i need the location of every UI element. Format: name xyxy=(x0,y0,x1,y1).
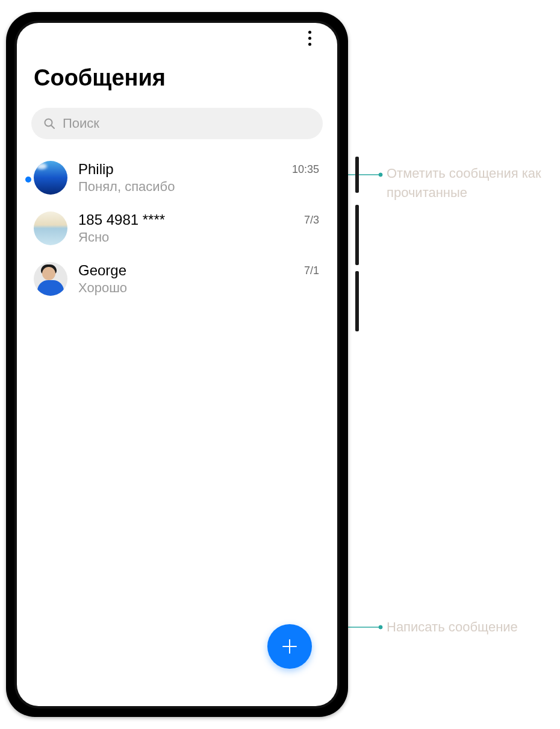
callout-mark-read: Отметить сообщения как прочитанные xyxy=(387,164,543,202)
contact-name: George xyxy=(78,262,293,279)
status-bar xyxy=(17,23,337,47)
message-time: 7/1 xyxy=(304,264,319,277)
conversation-row[interactable]: Philip Понял, спасибо 10:35 xyxy=(17,152,337,203)
svg-point-0 xyxy=(379,173,382,177)
contact-name: Philip xyxy=(78,161,281,178)
page-title: Сообщения xyxy=(17,47,337,108)
overflow-menu-button[interactable] xyxy=(297,26,322,50)
screen: Сообщения Поиск Philip Понял, спасибо 10… xyxy=(17,23,337,706)
avatar xyxy=(34,161,67,195)
svg-line-4 xyxy=(51,125,54,128)
plus-icon xyxy=(281,637,299,655)
avatar xyxy=(34,211,67,245)
message-preview: Ясно xyxy=(78,230,293,245)
message-time: 10:35 xyxy=(292,163,319,176)
side-button xyxy=(355,157,359,193)
phone-mockup: Сообщения Поиск Philip Понял, спасибо 10… xyxy=(6,12,348,717)
compose-button[interactable] xyxy=(267,624,312,669)
message-time: 7/3 xyxy=(304,214,319,227)
search-input[interactable]: Поиск xyxy=(31,108,323,139)
dot-icon xyxy=(308,43,311,46)
conversation-list: Philip Понял, спасибо 10:35 185 4981 ***… xyxy=(17,146,337,706)
dot-icon xyxy=(308,37,311,40)
conversation-row[interactable]: George Хорошо 7/1 xyxy=(17,254,337,304)
side-button xyxy=(355,205,359,265)
search-icon xyxy=(43,117,55,130)
callout-compose: Написать сообщение xyxy=(387,618,543,637)
unread-indicator-icon xyxy=(25,177,31,183)
message-preview: Хорошо xyxy=(78,280,293,296)
dot-icon xyxy=(308,31,311,34)
avatar xyxy=(34,262,67,296)
message-preview: Понял, спасибо xyxy=(78,179,281,195)
side-button xyxy=(355,271,359,331)
conversation-row[interactable]: 185 4981 **** Ясно 7/3 xyxy=(17,203,337,254)
contact-name: 185 4981 **** xyxy=(78,211,293,228)
search-placeholder: Поиск xyxy=(63,116,99,131)
svg-point-2 xyxy=(379,625,382,629)
